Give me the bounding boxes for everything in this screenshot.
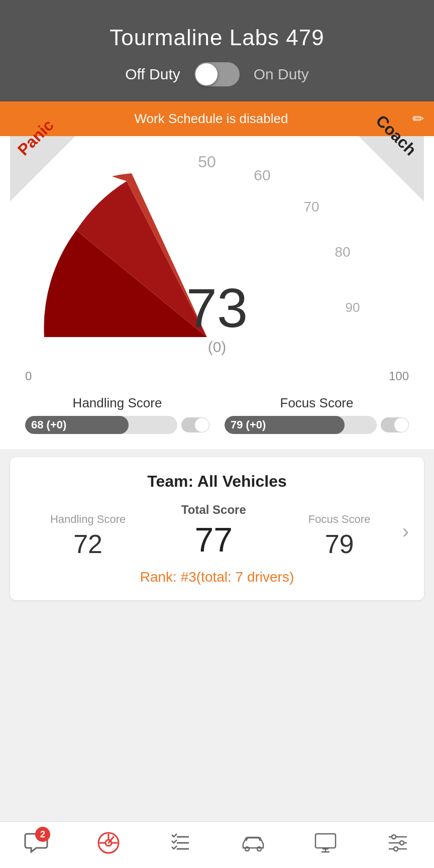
nav-item-tasks[interactable] [161,830,201,858]
on-duty-label: On Duty [254,66,309,83]
handling-toggle-thumb [195,418,209,432]
team-total-item: Total Score 77 [151,503,276,559]
svg-text:50: 50 [198,153,216,171]
duty-toggle[interactable] [194,62,240,86]
team-focus-item: Focus Score 79 [276,513,402,559]
tasks-icon [168,830,194,858]
gauge-min-label: 0 [25,369,32,383]
team-handling-item: Handling Score 72 [25,513,151,559]
chat-badge: 2 [35,827,50,842]
nav-item-monitor[interactable] [305,830,346,858]
svg-point-15 [245,847,249,851]
svg-text:70: 70 [303,199,319,214]
focus-toggle-thumb [394,418,408,432]
off-duty-label: Off Duty [125,66,180,83]
duty-toggle-row: Off Duty On Duty [10,62,424,86]
focus-score-section: Focus Score 79 (+0) [225,395,409,434]
team-chevron-icon[interactable]: › [402,520,409,542]
vehicle-icon [240,830,266,858]
focus-toggle[interactable] [381,417,409,432]
edit-icon[interactable]: ✏ [412,111,424,127]
svg-point-16 [257,847,261,851]
focus-bar-text: 79 (+0) [231,418,266,431]
handling-score-label: Handling Score [73,395,162,411]
dashboard-icon [95,830,122,858]
rank-text: Rank: #3(total: 7 drivers) [25,569,409,585]
handling-score-section: Handling Score 68 (+0) [25,395,209,434]
handling-toggle[interactable] [181,417,209,432]
nav-item-settings[interactable] [378,830,418,858]
focus-bar-track: 79 (+0) [225,416,377,434]
gauge-max-label: 100 [389,369,409,383]
focus-score-label: Focus Score [280,395,354,411]
bottom-nav: 2 [0,821,434,868]
svg-point-24 [392,835,396,839]
gauge-chart: 50 60 70 80 90 [21,146,413,367]
focus-bar-wrap: 79 (+0) [225,416,409,434]
spacer [209,395,225,434]
schedule-banner[interactable]: Work Schedule is disabled ✏ [0,101,434,136]
team-scores-row: Handling Score 72 Total Score 77 Focus S… [25,503,409,559]
main-score-display: 73 [186,277,248,339]
team-focus-label: Focus Score [308,513,371,526]
team-focus-value: 79 [325,529,354,559]
app-title: Tourmaline Labs 479 [10,25,424,50]
team-handling-value: 72 [73,529,102,559]
team-total-label: Total Score [181,503,246,517]
header: Tourmaline Labs 479 Off Duty On Duty [0,0,434,101]
handling-bar-fill: 68 (+0) [25,416,129,434]
score-labels: 0 100 [10,367,424,383]
monitor-icon [312,830,339,858]
gauge-section: Panic Coach 50 60 70 80 90 [0,136,434,449]
team-section: Team: All Vehicles Handling Score 72 Tot… [10,457,424,600]
score-change-display: (0) [208,339,227,355]
nav-item-vehicle[interactable] [233,830,273,858]
banner-text: Work Schedule is disabled [10,111,412,127]
toggle-thumb [195,63,218,85]
settings-icon [385,830,411,858]
team-total-value: 77 [195,520,233,559]
empty-space [0,608,434,821]
handling-bar-wrap: 68 (+0) [25,416,209,434]
svg-text:90: 90 [346,300,360,315]
svg-point-26 [394,847,398,851]
handling-bar-text: 68 (+0) [31,418,66,431]
sub-scores: Handling Score 68 (+0) Focus Score 79 (+… [10,387,424,434]
svg-rect-17 [315,834,336,848]
nav-item-dashboard[interactable] [88,830,129,858]
nav-item-chat[interactable]: 2 [16,830,56,858]
team-title: Team: All Vehicles [25,472,409,491]
focus-bar-fill: 79 (+0) [225,416,345,434]
svg-text:80: 80 [335,244,350,260]
svg-text:60: 60 [254,167,270,183]
svg-point-25 [400,841,404,845]
handling-bar-track: 68 (+0) [25,416,177,434]
team-handling-label: Handling Score [50,513,126,526]
